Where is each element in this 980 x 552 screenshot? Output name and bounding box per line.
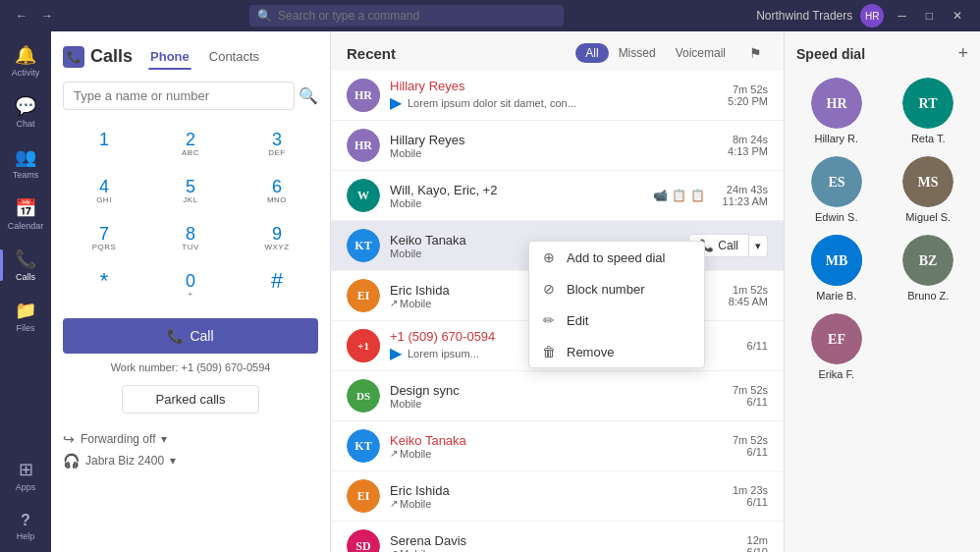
work-number: Work number: +1 (509) 670-0594 (63, 361, 318, 373)
call-item[interactable]: KT Keiko Tanaka Mobile ··· 📞 Call ▾ (331, 221, 784, 271)
svg-text:RT: RT (919, 96, 939, 111)
dial-key-3[interactable]: 3DEF (236, 122, 318, 165)
org-name: Northwind Traders (756, 9, 852, 23)
call-duration: 24m 43s (723, 184, 768, 195)
dial-key-6[interactable]: 6MNO (236, 169, 318, 212)
call-time: 6/11 (733, 496, 768, 508)
dial-key-4[interactable]: 4GHI (63, 169, 145, 212)
ctx-remove[interactable]: 🗑 Remove (529, 336, 704, 367)
filter-all[interactable]: All (575, 43, 608, 63)
svg-text:SD: SD (355, 539, 371, 552)
svg-text:MS: MS (918, 175, 939, 190)
dial-key-9[interactable]: 9WXYZ (236, 216, 318, 259)
avatar: KT (347, 229, 380, 262)
activity-icon: 🔔 (15, 44, 36, 66)
call-meta: 1m 23s 6/11 (733, 484, 768, 508)
call-item[interactable]: HR Hillary Reyes ▶ Lorem ipsum dolor sit… (331, 71, 784, 121)
svg-text:EI: EI (357, 489, 370, 503)
back-button[interactable]: ← (12, 7, 31, 25)
sidebar-item-label: Calls (16, 272, 35, 282)
call-preview: Lorem ipsum dolor sit damet, con... (408, 97, 576, 109)
call-item[interactable]: SD Serena Davis ↗ Mobile 12m 6/10 (331, 522, 784, 552)
sd-item-erika[interactable]: EF Erika F. (796, 313, 877, 380)
add-icon: ⊕ (541, 249, 557, 265)
sd-avatar: MB (811, 235, 862, 286)
sd-name: Erika F. (818, 368, 854, 380)
dial-key-1[interactable]: 1 (63, 122, 145, 165)
sidebar-item-label: Calendar (8, 221, 44, 231)
search-bar[interactable]: 🔍 (249, 5, 564, 27)
sidebar-item-label: Chat (16, 119, 34, 129)
dial-key-8[interactable]: 8TUV (149, 216, 232, 259)
sd-item-bruno[interactable]: BZ Bruno Z. (889, 235, 969, 302)
trash-icon: 🗑 (541, 344, 557, 359)
filter-missed[interactable]: Missed (609, 43, 666, 63)
sidebar-item-chat[interactable]: 💬 Chat (0, 86, 51, 138)
call-action-chevron[interactable]: ▾ (749, 235, 768, 257)
call-name: Hillary Reyes (390, 79, 718, 93)
ctx-block-number[interactable]: ⊘ Block number (529, 273, 704, 304)
call-meta: 12m 6/10 (747, 534, 768, 552)
recent-title: Recent (347, 45, 568, 62)
tab-contacts[interactable]: Contacts (207, 43, 261, 70)
device-item[interactable]: 🎧 Jabra Biz 2400 ▾ (63, 453, 318, 469)
number-input[interactable] (63, 82, 295, 110)
parked-calls-button[interactable]: Parked calls (122, 385, 259, 414)
filter-icon-button[interactable]: ⚑ (743, 43, 768, 63)
svg-text:HR: HR (354, 88, 372, 102)
filter-voicemail[interactable]: Voicemail (666, 43, 735, 63)
minimize-button[interactable]: ─ (892, 9, 912, 23)
dial-key-5[interactable]: 5JKL (149, 169, 232, 212)
svg-text:DS: DS (356, 390, 370, 402)
sd-item-marie[interactable]: MB Marie B. (796, 235, 877, 302)
call-button[interactable]: 📞 Call (63, 318, 318, 354)
sidebar-item-apps[interactable]: ⊞ Apps (0, 450, 51, 501)
add-speed-dial-button[interactable]: + (957, 43, 968, 64)
sd-item-edwin[interactable]: ES Edwin S. (796, 156, 877, 223)
call-item[interactable]: EI Eric Ishida ↗ Mobile 1m 23s 6/11 (331, 471, 784, 522)
dial-key-hash[interactable]: # (236, 263, 318, 306)
sd-name: Bruno Z. (907, 290, 949, 302)
ctx-add-speed-dial[interactable]: ⊕ Add to speed dial (529, 242, 704, 273)
forwarding-item[interactable]: ↪ Forwarding off ▾ (63, 431, 318, 447)
avatar: EI (347, 279, 380, 312)
sd-item-hillary[interactable]: HR Hillary R. (796, 78, 877, 144)
sidebar-item-files[interactable]: 📁 Files (0, 291, 51, 342)
call-time: 6/11 (733, 446, 768, 458)
tab-phone[interactable]: Phone (148, 43, 191, 70)
call-item[interactable]: HR Hillary Reyes Mobile 8m 24s 4:13 PM (331, 121, 784, 171)
sd-item-reta[interactable]: RT Reta T. (889, 78, 969, 144)
avatar: DS (347, 379, 380, 413)
sidebar-item-activity[interactable]: 🔔 Activity (0, 35, 51, 86)
avatar: HR (347, 129, 380, 162)
sd-item-miguel[interactable]: MS Miguel S. (889, 156, 969, 223)
dial-key-2[interactable]: 2ABC (149, 122, 232, 165)
maximize-button[interactable]: □ (920, 9, 939, 23)
title-bar: ← → 🔍 Northwind Traders HR ─ □ ✕ (0, 0, 980, 31)
svg-text:W: W (357, 189, 369, 202)
svg-text:KT: KT (354, 439, 371, 453)
call-info: Design sync Mobile (390, 383, 723, 410)
dial-key-star[interactable]: * (63, 263, 145, 306)
title-bar-left: ← → (12, 7, 57, 25)
dial-key-0[interactable]: 0+ (149, 263, 232, 306)
call-info: Hillary Reyes ▶ Lorem ipsum dolor sit da… (390, 79, 718, 112)
search-input[interactable] (278, 9, 553, 23)
dial-key-7[interactable]: 7PQRS (63, 216, 145, 259)
forward-button[interactable]: → (37, 7, 57, 25)
sidebar-item-teams[interactable]: 👥 Teams (0, 138, 51, 189)
svg-text:+1: +1 (357, 340, 369, 352)
forwarding-icon: ↪ (63, 431, 75, 447)
sidebar-item-calls[interactable]: 📞 Calls (0, 240, 51, 291)
phone-icon: 📞 (167, 328, 184, 344)
user-avatar[interactable]: HR (860, 4, 884, 28)
close-button[interactable]: ✕ (947, 9, 968, 23)
call-item[interactable]: KT Keiko Tanaka ↗ Mobile 7m 52s 6/11 (331, 421, 784, 471)
call-name: Hillary Reyes (390, 133, 718, 147)
call-item[interactable]: DS Design sync Mobile 7m 52s 6/11 (331, 371, 784, 421)
dialpad-search-button[interactable]: 🔍 (299, 86, 318, 105)
sidebar-item-help[interactable]: ? Help (0, 501, 51, 552)
ctx-edit[interactable]: ✏ Edit (529, 304, 704, 336)
sidebar-item-calendar[interactable]: 📅 Calendar (0, 189, 51, 240)
call-item[interactable]: W Will, Kayo, Eric, +2 Mobile 📹 📋 📋 24m … (331, 171, 784, 221)
